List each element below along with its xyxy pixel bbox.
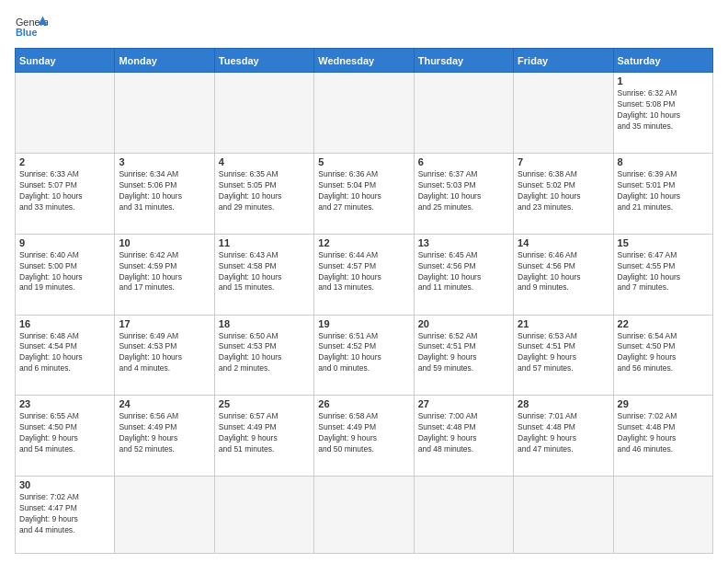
week-row-4: 23Sunrise: 6:55 AM Sunset: 4:50 PM Dayli…	[16, 396, 713, 477]
day-cell: 4Sunrise: 6:35 AM Sunset: 5:05 PM Daylig…	[214, 153, 313, 234]
weekday-header-thursday: Thursday	[414, 49, 513, 73]
calendar: SundayMondayTuesdayWednesdayThursdayFrid…	[15, 48, 713, 554]
day-cell: 5Sunrise: 6:36 AM Sunset: 5:04 PM Daylig…	[314, 153, 414, 234]
week-row-5: 30Sunrise: 7:02 AM Sunset: 4:47 PM Dayli…	[16, 477, 713, 554]
day-cell: 22Sunrise: 6:54 AM Sunset: 4:50 PM Dayli…	[613, 315, 712, 396]
day-cell: 6Sunrise: 6:37 AM Sunset: 5:03 PM Daylig…	[414, 153, 513, 234]
day-number: 23	[19, 398, 110, 409]
weekday-header-monday: Monday	[115, 49, 214, 73]
day-cell	[514, 73, 613, 154]
header: GeneralBlue	[15, 15, 713, 40]
day-info: Sunrise: 7:00 AM Sunset: 4:48 PM Dayligh…	[418, 411, 509, 455]
day-cell: 1Sunrise: 6:32 AM Sunset: 5:08 PM Daylig…	[613, 73, 712, 154]
day-cell: 23Sunrise: 6:55 AM Sunset: 4:50 PM Dayli…	[16, 396, 115, 477]
day-number: 28	[518, 398, 609, 409]
day-cell	[214, 73, 313, 154]
day-number: 17	[119, 318, 210, 329]
day-info: Sunrise: 6:33 AM Sunset: 5:07 PM Dayligh…	[19, 169, 110, 213]
day-cell: 28Sunrise: 7:01 AM Sunset: 4:48 PM Dayli…	[514, 396, 613, 477]
day-info: Sunrise: 6:42 AM Sunset: 4:59 PM Dayligh…	[119, 250, 210, 294]
weekday-header-sunday: Sunday	[16, 49, 115, 73]
day-number: 26	[318, 398, 409, 409]
day-number: 24	[119, 398, 210, 409]
day-number: 19	[318, 318, 409, 329]
day-info: Sunrise: 6:35 AM Sunset: 5:05 PM Dayligh…	[219, 169, 310, 213]
day-cell	[314, 477, 414, 554]
day-number: 4	[219, 156, 310, 167]
day-info: Sunrise: 6:37 AM Sunset: 5:03 PM Dayligh…	[418, 169, 509, 213]
day-number: 1	[618, 75, 709, 86]
day-number: 5	[318, 156, 409, 167]
day-number: 25	[219, 398, 310, 409]
day-info: Sunrise: 6:47 AM Sunset: 4:55 PM Dayligh…	[618, 250, 709, 294]
day-number: 3	[119, 156, 210, 167]
day-info: Sunrise: 6:45 AM Sunset: 4:56 PM Dayligh…	[418, 250, 509, 294]
week-row-0: 1Sunrise: 6:32 AM Sunset: 5:08 PM Daylig…	[16, 73, 713, 154]
day-info: Sunrise: 7:02 AM Sunset: 4:48 PM Dayligh…	[618, 411, 709, 455]
day-cell	[115, 477, 214, 554]
day-cell	[115, 73, 214, 154]
day-number: 18	[219, 318, 310, 329]
day-cell	[613, 477, 712, 554]
weekday-header-row: SundayMondayTuesdayWednesdayThursdayFrid…	[16, 49, 713, 73]
svg-text:Blue: Blue	[16, 27, 38, 38]
day-number: 10	[119, 237, 210, 248]
day-info: Sunrise: 6:39 AM Sunset: 5:01 PM Dayligh…	[618, 169, 709, 213]
day-info: Sunrise: 7:01 AM Sunset: 4:48 PM Dayligh…	[518, 411, 609, 455]
day-cell: 10Sunrise: 6:42 AM Sunset: 4:59 PM Dayli…	[115, 234, 214, 315]
day-number: 9	[19, 237, 110, 248]
day-cell: 3Sunrise: 6:34 AM Sunset: 5:06 PM Daylig…	[115, 153, 214, 234]
day-cell: 27Sunrise: 7:00 AM Sunset: 4:48 PM Dayli…	[414, 396, 513, 477]
day-number: 22	[618, 318, 709, 329]
day-number: 29	[618, 398, 709, 409]
day-info: Sunrise: 6:34 AM Sunset: 5:06 PM Dayligh…	[119, 169, 210, 213]
day-cell	[214, 477, 313, 554]
day-number: 7	[518, 156, 609, 167]
logo: GeneralBlue	[15, 15, 48, 40]
weekday-header-wednesday: Wednesday	[314, 49, 414, 73]
week-row-3: 16Sunrise: 6:48 AM Sunset: 4:54 PM Dayli…	[16, 315, 713, 396]
week-row-1: 2Sunrise: 6:33 AM Sunset: 5:07 PM Daylig…	[16, 153, 713, 234]
day-number: 8	[618, 156, 709, 167]
day-info: Sunrise: 6:57 AM Sunset: 4:49 PM Dayligh…	[219, 411, 310, 455]
day-cell: 14Sunrise: 6:46 AM Sunset: 4:56 PM Dayli…	[514, 234, 613, 315]
day-info: Sunrise: 7:02 AM Sunset: 4:47 PM Dayligh…	[19, 492, 110, 536]
day-number: 2	[19, 156, 110, 167]
day-number: 12	[318, 237, 409, 248]
day-cell: 9Sunrise: 6:40 AM Sunset: 5:00 PM Daylig…	[16, 234, 115, 315]
weekday-header-saturday: Saturday	[613, 49, 712, 73]
day-number: 11	[219, 237, 310, 248]
day-number: 21	[518, 318, 609, 329]
day-cell: 26Sunrise: 6:58 AM Sunset: 4:49 PM Dayli…	[314, 396, 414, 477]
day-cell	[414, 477, 513, 554]
day-number: 6	[418, 156, 509, 167]
weekday-header-friday: Friday	[514, 49, 613, 73]
day-cell	[314, 73, 414, 154]
day-cell: 12Sunrise: 6:44 AM Sunset: 4:57 PM Dayli…	[314, 234, 414, 315]
day-cell: 15Sunrise: 6:47 AM Sunset: 4:55 PM Dayli…	[613, 234, 712, 315]
day-info: Sunrise: 6:44 AM Sunset: 4:57 PM Dayligh…	[318, 250, 409, 294]
day-cell: 2Sunrise: 6:33 AM Sunset: 5:07 PM Daylig…	[16, 153, 115, 234]
day-cell: 25Sunrise: 6:57 AM Sunset: 4:49 PM Dayli…	[214, 396, 313, 477]
day-info: Sunrise: 6:36 AM Sunset: 5:04 PM Dayligh…	[318, 169, 409, 213]
day-info: Sunrise: 6:56 AM Sunset: 4:49 PM Dayligh…	[119, 411, 210, 455]
day-info: Sunrise: 6:46 AM Sunset: 4:56 PM Dayligh…	[518, 250, 609, 294]
day-cell: 21Sunrise: 6:53 AM Sunset: 4:51 PM Dayli…	[514, 315, 613, 396]
day-number: 30	[19, 479, 110, 490]
day-cell: 30Sunrise: 7:02 AM Sunset: 4:47 PM Dayli…	[16, 477, 115, 554]
day-info: Sunrise: 6:50 AM Sunset: 4:53 PM Dayligh…	[219, 331, 310, 375]
day-cell: 16Sunrise: 6:48 AM Sunset: 4:54 PM Dayli…	[16, 315, 115, 396]
day-number: 27	[418, 398, 509, 409]
day-info: Sunrise: 6:48 AM Sunset: 4:54 PM Dayligh…	[19, 331, 110, 375]
day-info: Sunrise: 6:49 AM Sunset: 4:53 PM Dayligh…	[119, 331, 210, 375]
day-cell: 11Sunrise: 6:43 AM Sunset: 4:58 PM Dayli…	[214, 234, 313, 315]
day-info: Sunrise: 6:58 AM Sunset: 4:49 PM Dayligh…	[318, 411, 409, 455]
day-cell: 7Sunrise: 6:38 AM Sunset: 5:02 PM Daylig…	[514, 153, 613, 234]
weekday-header-tuesday: Tuesday	[214, 49, 313, 73]
day-cell	[514, 477, 613, 554]
day-cell: 24Sunrise: 6:56 AM Sunset: 4:49 PM Dayli…	[115, 396, 214, 477]
day-cell	[414, 73, 513, 154]
day-number: 14	[518, 237, 609, 248]
day-info: Sunrise: 6:52 AM Sunset: 4:51 PM Dayligh…	[418, 331, 509, 375]
day-number: 13	[418, 237, 509, 248]
